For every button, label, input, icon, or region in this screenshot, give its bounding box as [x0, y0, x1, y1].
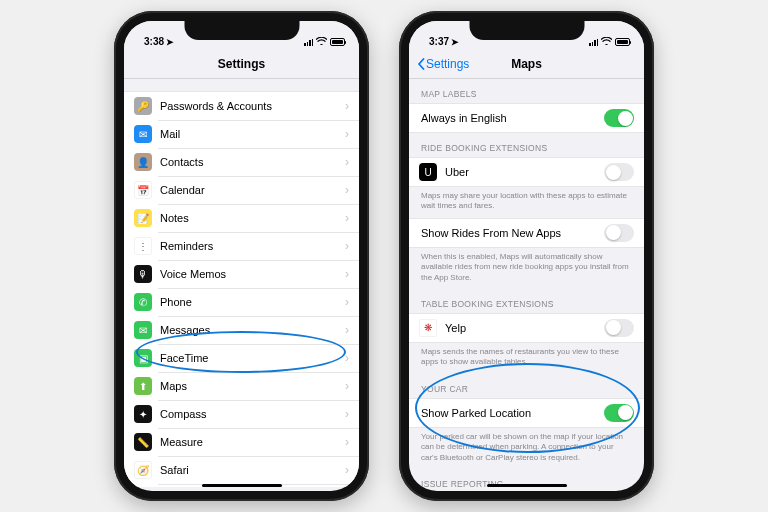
signal-icon — [589, 38, 598, 46]
chevron-right-icon: › — [345, 379, 349, 393]
signal-icon — [304, 38, 313, 46]
chevron-right-icon: › — [345, 407, 349, 421]
toggle-switch[interactable] — [604, 163, 634, 181]
row-label: Calendar — [160, 184, 345, 196]
battery-icon — [615, 38, 630, 46]
app-icon: 📝 — [134, 209, 152, 227]
navbar: Settings — [124, 49, 359, 79]
navbar: Settings Maps — [409, 49, 644, 79]
row-label: Show Parked Location — [421, 407, 604, 419]
settings-row-always-in-english[interactable]: Always in English — [409, 104, 644, 132]
app-icon: ⬆︎ — [134, 377, 152, 395]
chevron-right-icon: › — [345, 463, 349, 477]
settings-row-compass[interactable]: ✦Compass› — [124, 400, 359, 428]
home-indicator[interactable] — [487, 484, 567, 488]
chevron-right-icon: › — [345, 239, 349, 253]
iphone-frame-right: 3:37 ➤ Settings Maps MAP LABELSAlways in… — [399, 11, 654, 501]
row-label: Notes — [160, 212, 345, 224]
settings-row-show-rides-from-new-apps[interactable]: Show Rides From New Apps — [409, 219, 644, 247]
home-indicator[interactable] — [202, 484, 282, 488]
settings-row-messages[interactable]: ✉︎Messages› — [124, 316, 359, 344]
settings-row-contacts[interactable]: 👤Contacts› — [124, 148, 359, 176]
section-header: RIDE BOOKING EXTENSIONS — [409, 133, 644, 157]
app-icon: ⋮ — [134, 237, 152, 255]
row-label: Show Rides From New Apps — [421, 227, 604, 239]
maps-settings-list[interactable]: MAP LABELSAlways in EnglishRIDE BOOKING … — [409, 79, 644, 487]
settings-row-mail[interactable]: ✉︎Mail› — [124, 120, 359, 148]
row-label: Measure — [160, 436, 345, 448]
row-label: Safari — [160, 464, 345, 476]
status-time: 3:38 — [144, 36, 164, 47]
toggle-switch[interactable] — [604, 404, 634, 422]
app-icon: ✦ — [134, 405, 152, 423]
settings-row-notes[interactable]: 📝Notes› — [124, 204, 359, 232]
app-icon: 🎙 — [134, 265, 152, 283]
screen-maps-settings: 3:37 ➤ Settings Maps MAP LABELSAlways in… — [409, 21, 644, 491]
settings-row-maps[interactable]: ⬆︎Maps› — [124, 372, 359, 400]
screen-settings: 3:38 ➤ Settings 🔑Passwords & Accounts›✉︎… — [124, 21, 359, 491]
app-icon: ✉︎ — [134, 125, 152, 143]
toggle-switch[interactable] — [604, 109, 634, 127]
chevron-right-icon: › — [345, 323, 349, 337]
settings-row-reminders[interactable]: ⋮Reminders› — [124, 232, 359, 260]
section-footer: Your parked car will be shown on the map… — [409, 428, 644, 469]
wifi-icon — [601, 37, 612, 47]
row-label: Uber — [445, 166, 604, 178]
row-label: Compass — [160, 408, 345, 420]
row-label: FaceTime — [160, 352, 345, 364]
settings-row-safari[interactable]: 🧭Safari› — [124, 456, 359, 484]
notch — [469, 21, 584, 40]
settings-row-measure[interactable]: 📏Measure› — [124, 428, 359, 456]
row-label: Phone — [160, 296, 345, 308]
row-label: Reminders — [160, 240, 345, 252]
section-footer: Maps sends the names of restaurants you … — [409, 343, 644, 374]
section-header: YOUR CAR — [409, 374, 644, 398]
settings-row-facetime[interactable]: ▣FaceTime› — [124, 344, 359, 372]
app-icon: 🔑 — [134, 97, 152, 115]
settings-row-phone[interactable]: ✆Phone› — [124, 288, 359, 316]
settings-row-show-parked-location[interactable]: Show Parked Location — [409, 399, 644, 427]
section-header: MAP LABELS — [409, 79, 644, 103]
row-label: Maps — [160, 380, 345, 392]
chevron-right-icon: › — [345, 351, 349, 365]
settings-row-yelp[interactable]: ❋Yelp — [409, 314, 644, 342]
chevron-right-icon: › — [345, 99, 349, 113]
location-icon: ➤ — [166, 37, 174, 47]
row-label: Passwords & Accounts — [160, 100, 345, 112]
app-icon: ✉︎ — [134, 321, 152, 339]
section-footer: Maps may share your location with these … — [409, 187, 644, 218]
row-label: Yelp — [445, 322, 604, 334]
settings-row-calendar[interactable]: 📅Calendar› — [124, 176, 359, 204]
app-icon: ❋ — [419, 319, 437, 337]
notch — [184, 21, 299, 40]
chevron-right-icon: › — [345, 295, 349, 309]
page-title: Settings — [218, 57, 265, 71]
iphone-frame-left: 3:38 ➤ Settings 🔑Passwords & Accounts›✉︎… — [114, 11, 369, 501]
chevron-right-icon: › — [345, 267, 349, 281]
wifi-icon — [316, 37, 327, 47]
chevron-right-icon: › — [345, 127, 349, 141]
page-title: Maps — [511, 57, 542, 71]
settings-row-passwords-accounts[interactable]: 🔑Passwords & Accounts› — [124, 92, 359, 120]
settings-row-uber[interactable]: UUber — [409, 158, 644, 186]
row-label: Always in English — [421, 112, 604, 124]
chevron-right-icon: › — [345, 435, 349, 449]
chevron-right-icon: › — [345, 211, 349, 225]
row-label: Mail — [160, 128, 345, 140]
chevron-right-icon: › — [345, 183, 349, 197]
row-label: Voice Memos — [160, 268, 345, 280]
toggle-switch[interactable] — [604, 224, 634, 242]
status-time: 3:37 — [429, 36, 449, 47]
app-icon: 📅 — [134, 181, 152, 199]
settings-list[interactable]: 🔑Passwords & Accounts›✉︎Mail›👤Contacts›📅… — [124, 79, 359, 487]
app-icon: U — [419, 163, 437, 181]
settings-row-voice-memos[interactable]: 🎙Voice Memos› — [124, 260, 359, 288]
app-icon: ▣ — [134, 349, 152, 367]
section-header: TABLE BOOKING EXTENSIONS — [409, 289, 644, 313]
section-footer: When this is enabled, Maps will automati… — [409, 248, 644, 289]
battery-icon — [330, 38, 345, 46]
toggle-switch[interactable] — [604, 319, 634, 337]
app-icon: ✆ — [134, 293, 152, 311]
back-button[interactable]: Settings — [417, 57, 469, 71]
row-label: Messages — [160, 324, 345, 336]
